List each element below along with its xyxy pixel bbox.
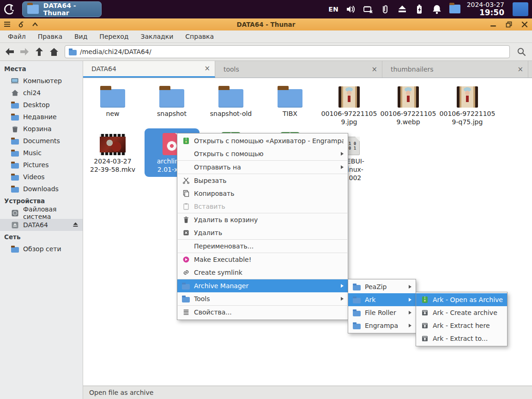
- file-item-webp[interactable]: 00106-97221105 9.webp: [379, 81, 438, 128]
- path-bar[interactable]: /media/chi24/DATA64/: [65, 45, 510, 58]
- menu-bookmarks[interactable]: Закладки: [135, 30, 180, 42]
- menu-item-cut[interactable]: Вырезать: [177, 174, 348, 187]
- menu-item-archive-manager[interactable]: Archive Manager: [177, 279, 348, 292]
- file-item-snapshot-old[interactable]: snapshot-old: [201, 81, 260, 128]
- sidebar-item-music[interactable]: Music: [0, 147, 83, 159]
- menu-file[interactable]: Файл: [2, 30, 32, 42]
- file-manager-tray-icon[interactable]: [449, 5, 460, 13]
- submenu-item-ark-create-archive[interactable]: Ark - Create archive: [416, 306, 507, 319]
- window-menu-icon[interactable]: [3, 20, 12, 29]
- menu-item-delete[interactable]: Удалить: [177, 226, 348, 239]
- menu-help[interactable]: Справка: [179, 30, 220, 42]
- submenu-item-ark[interactable]: Ark: [348, 293, 416, 306]
- tab-tools[interactable]: tools ×: [215, 61, 382, 78]
- submenu-item-ark-open-as-archive[interactable]: Ark - Open as Archive: [416, 293, 507, 306]
- sidebar-item-videos[interactable]: Videos: [0, 171, 83, 183]
- menu-item-move-to-trash[interactable]: Удалить в корзину: [177, 213, 348, 226]
- tab-close-icon[interactable]: ×: [517, 66, 523, 73]
- submenu-item-ark-extract-here[interactable]: Ark - Extract here: [416, 319, 507, 332]
- menu-item-rename[interactable]: Переименовать...: [177, 240, 348, 253]
- maximize-button[interactable]: [504, 20, 514, 29]
- folder-icon: [278, 89, 302, 108]
- eject-button[interactable]: [72, 221, 79, 230]
- sidebar-item-pictures[interactable]: Pictures: [0, 159, 83, 171]
- distro-logo-icon[interactable]: [3, 2, 17, 16]
- tab-close-icon[interactable]: ×: [371, 66, 377, 73]
- removable-media-icon[interactable]: [363, 4, 374, 15]
- sidebar-item-downloads[interactable]: Downloads: [0, 183, 83, 195]
- submenu-item-engrampa[interactable]: Engrampa: [348, 319, 416, 332]
- submenu-item-ark-extract-to[interactable]: Ark - Extract to...: [416, 332, 507, 345]
- back-button[interactable]: [4, 46, 16, 58]
- menu-item-create-symlink[interactable]: Create symlink: [177, 266, 348, 279]
- copy-icon: [182, 190, 190, 198]
- icon-spacer: [182, 242, 190, 250]
- sidebar-item-data64[interactable]: DATA64: [0, 219, 83, 231]
- shade-icon[interactable]: [30, 20, 40, 29]
- sticky-pin-icon[interactable]: [17, 20, 26, 29]
- menu-item-copy[interactable]: Копировать: [177, 187, 348, 200]
- status-text: Open file as archive: [89, 389, 153, 396]
- battery-icon[interactable]: [414, 3, 424, 15]
- sidebar-item-home[interactable]: chi24: [0, 87, 83, 99]
- menu-item-properties[interactable]: Свойства...: [177, 306, 348, 319]
- minimize-button[interactable]: [489, 20, 498, 29]
- tab-data64[interactable]: DATA64 ×: [83, 61, 215, 78]
- titlebar[interactable]: DATA64 - Thunar: [0, 18, 532, 30]
- sidebar-header-places: Места: [0, 63, 83, 75]
- tab-label: DATA64: [91, 65, 198, 73]
- volume-icon[interactable]: [345, 4, 356, 15]
- sidebar-item-documents[interactable]: Documents: [0, 135, 83, 147]
- sidebar-item-filesystem[interactable]: Файловая система: [0, 207, 83, 219]
- up-button[interactable]: [33, 46, 45, 58]
- menu-item-tools[interactable]: Tools: [177, 292, 348, 305]
- sidebar-label: Компьютер: [23, 77, 62, 85]
- trash-icon: [10, 125, 19, 133]
- sidebar-item-desktop[interactable]: Desktop: [0, 99, 83, 111]
- sidebar-item-recent[interactable]: Недавние: [0, 111, 83, 123]
- submenu-arrow-icon: [341, 165, 344, 169]
- home-button[interactable]: [48, 46, 60, 58]
- window-controls: [489, 20, 529, 29]
- file-item-new[interactable]: new: [83, 81, 142, 128]
- menu-item-send-to[interactable]: Отправить на: [177, 161, 348, 174]
- clock[interactable]: 2024-03-27 19:50: [467, 1, 504, 17]
- file-item-snapshot[interactable]: snapshot: [142, 81, 201, 128]
- tab-close-icon[interactable]: ×: [204, 65, 210, 72]
- close-button[interactable]: [520, 20, 529, 29]
- menu-item-open-with[interactable]: Открыть с помощью: [177, 147, 348, 160]
- eject-icon[interactable]: [397, 4, 408, 15]
- menu-item-make-executable[interactable]: Make Executable!: [177, 253, 348, 266]
- submenu-item-file-roller[interactable]: File Roller: [348, 306, 416, 319]
- tab-thumbnailers[interactable]: thumbnailers ×: [382, 61, 528, 78]
- menu-item-paste[interactable]: Вставить: [177, 200, 348, 213]
- search-icon[interactable]: [514, 45, 528, 58]
- file-item-q75-jpg[interactable]: 00106-97221105 9-q75.jpg: [438, 81, 497, 128]
- sidebar-label: Корзина: [23, 125, 52, 133]
- notifications-bell-icon[interactable]: [431, 3, 443, 15]
- folder-icon: [159, 89, 184, 108]
- archive-create-icon: [421, 309, 429, 317]
- workspace-pager[interactable]: [513, 2, 528, 16]
- file-item-mkv[interactable]: 2024-03-27 22-39-58.mkv: [83, 128, 142, 182]
- language-indicator[interactable]: EN: [328, 6, 338, 13]
- menu-edit[interactable]: Правка: [32, 30, 68, 42]
- sidebar-item-trash[interactable]: Корзина: [0, 123, 83, 135]
- menu-item-open-with-engrampa[interactable]: Открыть с помощью «Архиватор - Engrampa»: [177, 134, 348, 147]
- sidebar-item-network-browse[interactable]: Обзор сети: [0, 243, 83, 255]
- attachment-icon[interactable]: [380, 4, 390, 15]
- sidebar-label: Desktop: [23, 101, 50, 109]
- videos-folder-icon: [10, 174, 19, 181]
- forward-button[interactable]: [18, 46, 30, 58]
- network-folder-icon: [10, 246, 19, 253]
- menu-go[interactable]: Переход: [93, 30, 134, 42]
- submenu-item-peazip[interactable]: PeaZip: [348, 280, 416, 293]
- sidebar-item-computer[interactable]: Компьютер: [0, 75, 83, 87]
- tab-bar: DATA64 × tools × thumbnailers ×: [83, 61, 532, 78]
- sidebar-label: Videos: [23, 173, 45, 181]
- desktop-folder-icon: [10, 102, 19, 109]
- file-item-jpg[interactable]: 00106-97221105 9.jpg: [320, 81, 379, 128]
- taskbar-window-button[interactable]: DATA64 - Thunar: [22, 1, 102, 17]
- file-item-tibx[interactable]: TIBX: [260, 81, 320, 128]
- menu-view[interactable]: Вид: [68, 30, 93, 42]
